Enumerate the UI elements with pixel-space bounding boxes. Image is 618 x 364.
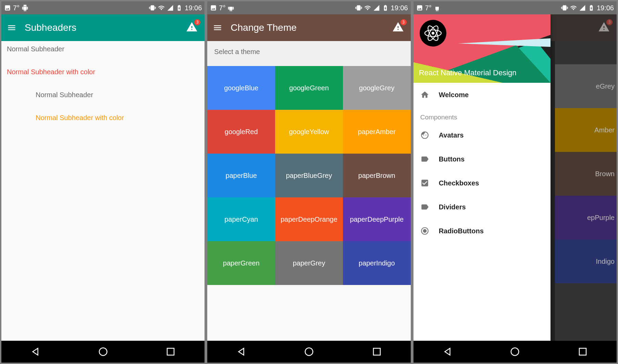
content-area: 3 eGreyAmberBrownepPurpleIndigo <box>413 14 617 341</box>
drawer-item-dividers[interactable]: Dividers <box>413 195 551 219</box>
time-label: 19:06 <box>597 4 614 12</box>
theme-googleRed[interactable]: googleRed <box>207 110 275 154</box>
theme-paperGreen[interactable]: paperGreen <box>207 241 275 285</box>
drawer-item-label: RadioButtons <box>439 227 484 235</box>
subheader-color-red: Normal Subheader with color <box>1 64 205 80</box>
svg-point-0 <box>99 348 107 356</box>
theme-paperBrown[interactable]: paperBrown <box>343 154 411 197</box>
status-bar: 7° 19:06 <box>1 1 205 14</box>
menu-icon <box>7 23 16 32</box>
image-icon <box>416 4 423 11</box>
theme-googleGrey[interactable]: googleGrey <box>343 66 411 110</box>
behind-grid: eGreyAmberBrownepPurpleIndigo <box>555 41 617 341</box>
status-right: 19:06 <box>561 4 614 12</box>
status-bar: 7° 19:06 <box>413 1 617 14</box>
wifi-icon <box>570 4 577 11</box>
back-button[interactable] <box>236 347 246 357</box>
drawer-section-components: Components <box>413 107 551 123</box>
drawer-item-label: Buttons <box>439 155 465 163</box>
theme-googleGreen[interactable]: googleGreen <box>275 66 343 110</box>
select-theme-label: Select a theme <box>207 41 410 66</box>
recent-button[interactable] <box>165 347 176 357</box>
svg-rect-14 <box>579 348 586 355</box>
theme-paperCyan[interactable]: paperCyan <box>207 197 275 241</box>
battery-icon <box>382 4 389 11</box>
phone-1: 7° 19:06 Subheaders 3 Normal Subheader N… <box>1 1 205 363</box>
temp-label: 7° <box>425 4 432 12</box>
badge-count: 3 <box>400 19 407 25</box>
status-right: 19:06 <box>149 4 202 12</box>
recent-button[interactable] <box>372 347 382 357</box>
drawer-item-checkboxes[interactable]: Checkboxes <box>413 171 551 195</box>
temp-label: 7° <box>219 4 225 12</box>
signal-icon <box>167 4 174 11</box>
status-left: 7° <box>210 4 234 12</box>
android-icon <box>22 4 28 11</box>
back-button[interactable] <box>442 347 453 357</box>
checkbox-icon <box>420 179 429 187</box>
react-icon <box>423 23 443 43</box>
recent-button[interactable] <box>578 347 588 357</box>
drawer-header: React Native Material Design <box>413 14 551 83</box>
drawer-item-label: Dividers <box>439 203 466 211</box>
home-icon <box>420 90 429 99</box>
theme-paperDeepOrange[interactable]: paperDeepOrange <box>275 197 343 241</box>
theme-googleBlue[interactable]: googleBlue <box>207 66 275 110</box>
svg-rect-3 <box>373 348 380 355</box>
warning-badge[interactable]: 3 <box>392 21 404 34</box>
warning-badge[interactable]: 3 <box>186 21 198 34</box>
behind-theme-eGrey: eGrey <box>555 64 617 108</box>
vibrate-icon <box>149 4 156 11</box>
drawer-item-welcome[interactable]: Welcome <box>413 83 551 107</box>
back-button[interactable] <box>30 347 40 357</box>
behind-theme-Amber: Amber <box>555 108 617 152</box>
drawer-item-label: Avatars <box>439 131 464 139</box>
theme-grid: googleBluegoogleGreengoogleGreygoogleRed… <box>207 66 410 285</box>
home-button[interactable] <box>304 347 314 357</box>
temp-label: 7° <box>13 4 20 12</box>
face-icon <box>420 131 429 140</box>
svg-rect-1 <box>167 348 174 355</box>
menu-icon <box>213 23 222 32</box>
drawer-item-buttons[interactable]: Buttons <box>413 147 551 171</box>
time-label: 19:06 <box>391 4 408 12</box>
theme-paperBlue[interactable]: paperBlue <box>207 154 275 197</box>
theme-paperDeepPurple[interactable]: paperDeepPurple <box>343 197 411 241</box>
wifi-icon <box>364 4 371 11</box>
subheader-normal: Normal Subheader <box>1 41 205 57</box>
theme-paperGrey[interactable]: paperGrey <box>275 241 343 285</box>
signal-icon <box>373 4 380 11</box>
app-bar: Subheaders 3 <box>1 14 205 41</box>
svg-point-13 <box>511 348 519 356</box>
home-button[interactable] <box>98 347 108 357</box>
navigation-drawer: React Native Material Design Welcome Com… <box>413 14 551 341</box>
subheader-inset-color: Normal Subheader with color <box>1 110 205 126</box>
label-icon <box>420 203 429 211</box>
menu-button[interactable] <box>7 23 16 32</box>
badge-count: 3 <box>606 19 613 25</box>
phone-3: 7° 19:06 3 eGreyAmberBrownepPurpleIndigo <box>413 1 617 363</box>
phone-2: 7° 19:06 Change Theme 3 Select a theme g… <box>207 1 410 363</box>
status-bar: 7° 19:06 <box>207 1 410 14</box>
menu-button[interactable] <box>213 23 222 32</box>
app-bar: Change Theme 3 <box>207 14 410 41</box>
drawer-item-label: Checkboxes <box>439 179 479 187</box>
theme-googleYellow[interactable]: googleYellow <box>275 110 343 154</box>
svg-point-12 <box>431 32 434 35</box>
drawer-item-radiobuttons[interactable]: RadioButtons <box>413 219 551 243</box>
drawer-item-avatars[interactable]: Avatars <box>413 123 551 147</box>
home-button[interactable] <box>510 347 520 357</box>
svg-marker-7 <box>458 38 551 47</box>
app-title: Subheaders <box>25 22 76 33</box>
theme-paperIndigo[interactable]: paperIndigo <box>343 241 411 285</box>
vibrate-icon <box>355 4 362 11</box>
warning-badge[interactable]: 3 <box>598 21 610 34</box>
theme-paperBlueGrey[interactable]: paperBlueGrey <box>275 154 343 197</box>
time-label: 19:06 <box>185 4 202 12</box>
radio-icon <box>420 226 429 235</box>
status-right: 19:06 <box>355 4 408 12</box>
theme-paperAmber[interactable]: paperAmber <box>343 110 411 154</box>
drawer-list: Welcome Components Avatars Buttons Check… <box>413 83 551 341</box>
drawer-title: React Native Material Design <box>419 68 545 77</box>
wifi-icon <box>158 4 165 11</box>
